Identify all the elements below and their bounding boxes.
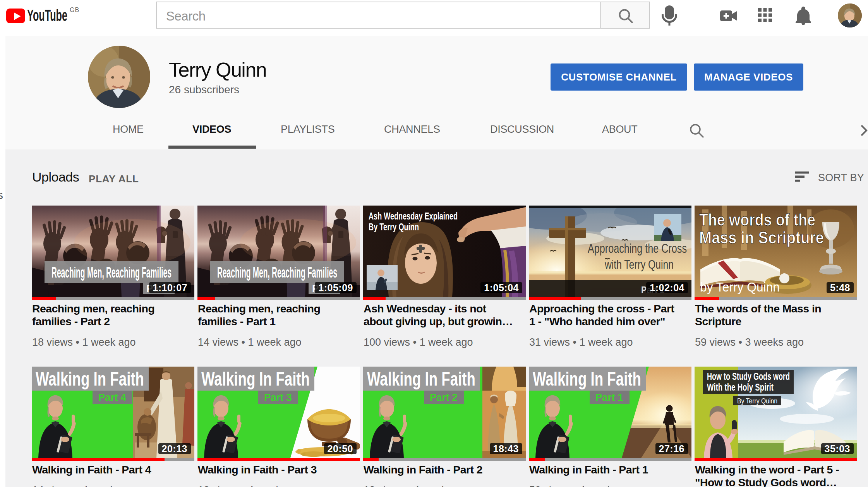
svg-text:How to Study Gods word: How to Study Gods word xyxy=(707,370,790,382)
svg-text:Part 2: Part 2 xyxy=(430,392,458,403)
svg-text:By Terry Quinn: By Terry Quinn xyxy=(369,221,419,232)
svg-text:Approaching the Cross: Approaching the Cross xyxy=(588,241,687,256)
svg-text:Reaching Men, Reaching Familie: Reaching Men, Reaching Families xyxy=(51,264,172,281)
svg-text:Mass in Scripture: Mass in Scripture xyxy=(699,228,824,247)
svg-text:Walking In Faith: Walking In Faith xyxy=(367,368,475,390)
svg-text:Reaching Men, Reaching Familie: Reaching Men, Reaching Families xyxy=(217,264,337,281)
svg-text:Walking In Faith: Walking In Faith xyxy=(201,368,310,390)
svg-text:With the Holy Spirit: With the Holy Spirit xyxy=(707,381,774,393)
svg-text:with Terry Quinn: with Terry Quinn xyxy=(604,258,674,271)
svg-text:By Terry Quinn: By Terry Quinn xyxy=(737,397,777,405)
svg-text:Walking In Faith: Walking In Faith xyxy=(533,368,641,390)
svg-text:Part 3: Part 3 xyxy=(264,392,292,403)
svg-text:by Terry Quinn: by Terry Quinn xyxy=(700,280,780,294)
svg-text:GB: GB xyxy=(70,7,79,13)
svg-text:Ash Wednesday Explained: Ash Wednesday Explained xyxy=(369,211,458,221)
svg-text:Walking In Faith: Walking In Faith xyxy=(36,368,144,390)
svg-text:YouTube: YouTube xyxy=(27,6,67,24)
svg-text:The words of the: The words of the xyxy=(699,210,815,229)
svg-text:Part 1: Part 1 xyxy=(595,392,623,403)
svg-text:Part 4: Part 4 xyxy=(98,392,126,403)
